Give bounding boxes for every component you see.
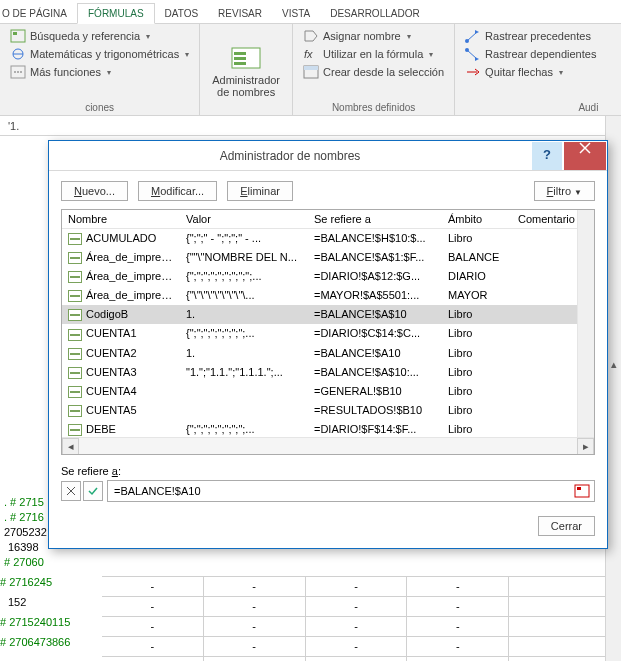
lookup-icon	[10, 29, 26, 43]
name-icon	[68, 386, 82, 398]
col-refersto[interactable]: Se refiere a	[308, 210, 442, 228]
refers-to-input-wrapper	[107, 480, 595, 502]
svg-rect-14	[304, 66, 318, 70]
svg-rect-27	[577, 487, 581, 490]
more-fn-icon	[10, 65, 26, 79]
ribbon: Búsqueda y referencia▾ Matemáticas y tri…	[0, 24, 621, 116]
tab-developer[interactable]: DESARROLLADOR	[320, 4, 429, 23]
name-icon	[68, 367, 82, 379]
svg-rect-11	[234, 62, 246, 65]
trace-dependents-button[interactable]: Rastrear dependientes	[463, 46, 598, 62]
refers-cancel-button[interactable]	[61, 481, 81, 501]
more-functions-button[interactable]: Más funciones▾	[8, 64, 191, 80]
tab-page-layout[interactable]: O DE PÁGINA	[0, 4, 77, 23]
more-fn-label: Más funciones	[30, 66, 101, 78]
cell-f: # 2716245	[0, 576, 52, 588]
list-item[interactable]: ACUMULADO{";";" - ";";";" - ...=BALANCE!…	[62, 229, 594, 248]
list-vertical-scrollbar[interactable]	[577, 210, 594, 437]
tab-view[interactable]: VISTA	[272, 4, 320, 23]
create-from-selection-button[interactable]: Crear desde la selección	[301, 64, 446, 80]
dialog-title: Administrador de nombres	[49, 149, 531, 163]
svg-point-6	[17, 71, 19, 73]
col-value[interactable]: Valor	[180, 210, 308, 228]
table-row: ----	[102, 616, 611, 636]
refers-to-section: Se refiere a:	[61, 465, 595, 502]
list-item[interactable]: Área_de_impres...{""\"NOMBRE DEL N...=BA…	[62, 248, 594, 267]
trace-dependents-label: Rastrear dependientes	[485, 48, 596, 60]
filter-button[interactable]: Filtro ▼	[534, 181, 595, 201]
scroll-right-icon[interactable]: ▸	[577, 438, 594, 455]
dialog-titlebar[interactable]: Administrador de nombres ?	[49, 141, 607, 171]
name-icon	[68, 348, 82, 360]
refers-to-input[interactable]	[112, 484, 570, 498]
scroll-up-icon[interactable]: ▴	[606, 356, 621, 372]
math-label: Matemáticas y trigonométricas	[30, 48, 179, 60]
fx-icon: fx	[303, 47, 319, 61]
list-item[interactable]: CUENTA1{";";";";";";";";...=DIARIO!$C$14…	[62, 324, 594, 343]
name-manager-button[interactable]: Administrador de nombres	[208, 44, 284, 98]
names-listbox[interactable]: Nombre Valor Se refiere a Ámbito Comenta…	[61, 209, 595, 455]
list-item[interactable]: CUENTA3"1.";"1.1.";"1.1.1.";...=BALANCE!…	[62, 363, 594, 382]
math-trig-button[interactable]: Matemáticas y trigonométricas▾	[8, 46, 191, 62]
group-label-functions: ciones	[8, 102, 191, 113]
svg-rect-10	[234, 57, 246, 60]
range-picker-icon[interactable]	[574, 484, 590, 498]
list-horizontal-scrollbar[interactable]: ◂ ▸	[62, 437, 594, 454]
close-icon[interactable]	[564, 142, 606, 170]
cell-g: 152	[8, 596, 26, 608]
list-item[interactable]: CUENTA5=RESULTADOS!$B10Libro	[62, 401, 594, 420]
tag-icon	[303, 29, 319, 43]
new-button[interactable]: Nuevo...	[61, 181, 128, 201]
remove-arrows-icon	[465, 65, 481, 79]
use-in-formula-button[interactable]: fx Utilizar en la fórmula▾	[301, 46, 446, 62]
cell-h: # 2715240115	[0, 616, 70, 628]
svg-rect-9	[234, 52, 246, 55]
list-header[interactable]: Nombre Valor Se refiere a Ámbito Comenta…	[62, 210, 594, 229]
svg-point-18	[465, 48, 469, 52]
close-button[interactable]: Cerrar	[538, 516, 595, 536]
trace-dependents-icon	[465, 47, 481, 61]
trace-precedents-button[interactable]: Rastrear precedentes	[463, 28, 598, 44]
remove-arrows-button[interactable]: Quitar flechas▾	[463, 64, 598, 80]
ribbon-group-defined-names: Asignar nombre▾ fx Utilizar en la fórmul…	[293, 24, 455, 115]
name-manager-icon	[230, 44, 262, 72]
name-manager-label: Administrador de nombres	[212, 74, 280, 98]
cell-i: # 2706473866	[0, 636, 70, 648]
list-item[interactable]: Área_de_impres...{"\"\"\"\"\"\"\"\...=MA…	[62, 286, 594, 305]
remove-arrows-label: Quitar flechas	[485, 66, 553, 78]
list-item[interactable]: CodigoB1.=BALANCE!$A$10Libro	[62, 305, 594, 324]
name-manager-dialog: Administrador de nombres ? Nuevo... Modi…	[48, 140, 608, 549]
group-label-defined-names: Nombres definidos	[301, 102, 446, 113]
tab-review[interactable]: REVISAR	[208, 4, 272, 23]
lookup-reference-button[interactable]: Búsqueda y referencia▾	[8, 28, 191, 44]
svg-point-7	[20, 71, 22, 73]
trace-precedents-icon	[465, 29, 481, 43]
col-scope[interactable]: Ámbito	[442, 210, 512, 228]
define-name-button[interactable]: Asignar nombre▾	[301, 28, 446, 44]
create-selection-icon	[303, 65, 319, 79]
ribbon-group-name-manager: Administrador de nombres	[200, 24, 293, 115]
help-button[interactable]: ?	[532, 142, 562, 170]
table-row: ----	[102, 636, 611, 656]
col-comment[interactable]: Comentario	[512, 210, 586, 228]
create-selection-label: Crear desde la selección	[323, 66, 444, 78]
name-icon	[68, 252, 82, 264]
x-icon	[65, 485, 77, 497]
name-icon	[68, 271, 82, 283]
name-icon	[68, 309, 82, 321]
ribbon-tabs: O DE PÁGINA FÓRMULAS DATOS REVISAR VISTA…	[0, 0, 621, 24]
trace-precedents-label: Rastrear precedentes	[485, 30, 591, 42]
refers-accept-button[interactable]	[83, 481, 103, 501]
edit-button[interactable]: Modificar...	[138, 181, 217, 201]
theta-icon	[10, 47, 26, 61]
list-item[interactable]: CUENTA4=GENERAL!$B10Libro	[62, 382, 594, 401]
delete-button[interactable]: Eliminar	[227, 181, 293, 201]
tab-formulas[interactable]: FÓRMULAS	[77, 3, 155, 24]
list-item[interactable]: CUENTA21.=BALANCE!$A10Libro	[62, 344, 594, 363]
col-name[interactable]: Nombre	[62, 210, 180, 228]
table-row: ----	[102, 576, 611, 596]
list-item[interactable]: Área_de_impres...{";";";";";";";";";...=…	[62, 267, 594, 286]
cell-a: . # 2715	[4, 496, 44, 508]
tab-data[interactable]: DATOS	[155, 4, 209, 23]
scroll-left-icon[interactable]: ◂	[62, 438, 79, 455]
